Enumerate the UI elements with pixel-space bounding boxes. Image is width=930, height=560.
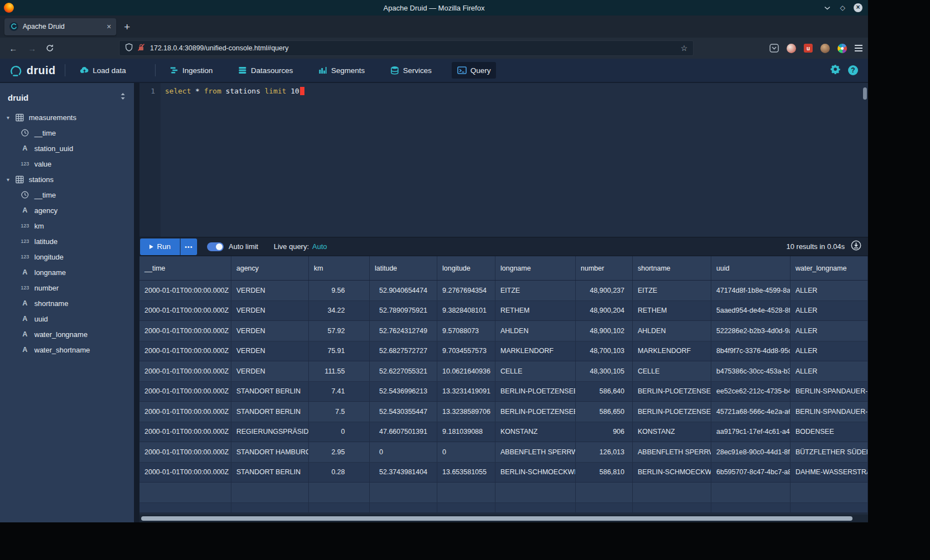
window-maximize-icon[interactable]: ◇ [838,3,847,12]
table-cell[interactable]: KONSTANZ [495,422,576,442]
table-cell[interactable]: 0 [370,442,437,462]
tree-column-latitude[interactable]: 123latitude [0,234,134,249]
table-cell[interactable]: 0.28 [309,463,370,483]
table-cell[interactable]: 52.6227055321 [370,361,437,381]
shield-icon[interactable] [125,43,133,54]
tree-column-__time[interactable]: __time [0,125,134,141]
table-cell[interactable]: 52.5436996213 [370,382,437,402]
column-header-uuid[interactable]: uuid [711,256,790,280]
back-button[interactable]: ← [8,44,19,53]
insecure-lock-icon[interactable] [137,43,145,54]
table-cell[interactable]: 522286e2-b2b3-4d0d-9a [711,321,790,341]
horizontal-scrollbar[interactable] [140,515,868,522]
tree-column-km[interactable]: 123km [0,218,134,234]
table-cell[interactable]: 28ec91e8-90c0-44d1-8f [711,442,790,462]
table-cell[interactable]: ALLER [790,281,868,300]
run-button[interactable]: Run [140,238,180,255]
tree-column-water_shortname[interactable]: Awater_shortname [0,342,134,357]
new-tab-button[interactable]: + [124,22,130,32]
table-cell[interactable]: 48,300,105 [576,361,633,381]
table-cell[interactable]: 47174d8f-1b8e-4599-8a [711,281,790,300]
table-cell[interactable]: BERLIN-SCHMOECKWIT [633,463,711,483]
table-cell[interactable]: REGIERUNGSPRÄSIDIUM [231,422,309,442]
table-cell[interactable]: 2000-01-01T00:00:00.000Z [140,442,231,462]
tree-column-longitude[interactable]: 123longitude [0,249,134,265]
sql-code[interactable]: select * from stations limit 10 [161,83,304,237]
column-header-km[interactable]: km [309,256,370,280]
nav-load-data[interactable]: Load data [74,62,132,79]
window-titlebar[interactable]: Apache Druid — Mozilla Firefox ◇ × [0,0,868,15]
table-cell[interactable]: STANDORT BERLIN [231,382,309,402]
table-cell[interactable]: VERDEN [231,361,309,381]
table-cell[interactable]: BERLIN-SCHMOECKWIT [495,463,576,483]
double-caret-sort-icon[interactable] [120,92,126,103]
nav-services[interactable]: Services [385,62,437,79]
window-shade-icon[interactable] [823,3,831,12]
table-cell[interactable]: 5aaed954-de4e-4528-8f [711,301,790,321]
table-cell[interactable]: 52.9040654474 [370,281,437,300]
download-icon[interactable] [851,240,861,253]
table-cell[interactable]: 57.92 [309,321,370,341]
table-cell[interactable]: 7.41 [309,382,370,402]
table-cell[interactable]: VERDEN [231,341,309,361]
table-cell[interactable]: EITZE [495,281,576,300]
table-cell[interactable]: 2000-01-01T00:00:00.000Z [140,422,231,442]
table-cell[interactable]: 45721a68-566c-4e2a-a6 [711,402,790,422]
table-cell[interactable]: AHLDEN [495,321,576,341]
table-cell[interactable]: STANDORT BERLIN [231,463,309,483]
table-cell[interactable]: ee52ce62-212c-4735-b4 [711,382,790,402]
column-header-shortname[interactable]: shortname [633,256,711,280]
table-cell[interactable]: ALLER [790,301,868,321]
table-cell[interactable]: ABBENFLETH SPERRWER [495,442,576,462]
table-cell[interactable]: 9.3828408101 [437,301,495,321]
auto-limit-toggle[interactable] [207,242,224,251]
table-cell[interactable]: 2000-01-01T00:00:00.000Z [140,361,231,381]
table-cell[interactable]: 2.95 [309,442,370,462]
table-cell[interactable]: 34.22 [309,301,370,321]
table-cell[interactable]: b475386c-30cc-453a-b3 [711,361,790,381]
table-cell[interactable]: 586,650 [576,402,633,422]
table-cell[interactable]: 586,640 [576,382,633,402]
table-cell[interactable]: EITZE [633,281,711,300]
column-header-longitude[interactable]: longitude [437,256,495,280]
table-cell[interactable]: 2000-01-01T00:00:00.000Z [140,281,231,300]
url-bar[interactable]: 172.18.0.4:30899/unified-console.html#qu… [119,40,694,56]
table-cell[interactable]: ALLER [790,341,868,361]
table-cell[interactable]: 13.653581055 [437,463,495,483]
table-cell[interactable]: 13.3238589706 [437,402,495,422]
table-cell[interactable]: BERLIN-SPANDAUER-S [790,382,868,402]
table-cell[interactable]: KONSTANZ [633,422,711,442]
pinwheel-extension-icon[interactable] [838,44,847,53]
table-cell[interactable]: 2000-01-01T00:00:00.000Z [140,382,231,402]
tree-column-shortname[interactable]: Ashortname [0,295,134,311]
table-cell[interactable]: 9.56 [309,281,370,300]
table-cell[interactable]: ABBENFLETH SPERRWE [633,442,711,462]
horizontal-scrollbar-thumb[interactable] [141,516,852,521]
table-cell[interactable]: STANDORT BERLIN [231,402,309,422]
table-cell[interactable]: AHLDEN [633,321,711,341]
tree-column-water_longname[interactable]: Awater_longname [0,326,134,342]
reload-button[interactable] [45,44,56,53]
table-cell[interactable]: 2000-01-01T00:00:00.000Z [140,402,231,422]
table-cell[interactable]: 9.57088073 [437,321,495,341]
table-cell[interactable]: MARKLENDORF [633,341,711,361]
ublock-icon[interactable]: u [804,44,813,53]
table-cell[interactable]: BERLIN-SPANDAUER-S [790,402,868,422]
table-cell[interactable]: 47.6607501391 [370,422,437,442]
tree-column-agency[interactable]: Aagency [0,203,134,218]
table-cell[interactable]: 111.55 [309,361,370,381]
table-cell[interactable]: STANDORT HAMBURG [231,442,309,462]
tree-column-station_uuid[interactable]: Astation_uuid [0,141,134,156]
table-cell[interactable]: 8b4f9f7c-3376-4dd8-95c [711,341,790,361]
table-cell[interactable]: BÜTZFLETHER SÜDERE [790,442,868,462]
window-close-icon[interactable]: × [854,3,862,12]
column-header-agency[interactable]: agency [231,256,309,280]
column-header-water_longname[interactable]: water_longname [790,256,868,280]
tab-close-icon[interactable]: × [107,22,111,31]
table-cell[interactable]: 13.3231419091 [437,382,495,402]
table-cell[interactable]: 52.3743981404 [370,463,437,483]
nav-segments[interactable]: Segments [313,62,370,79]
column-header-longname[interactable]: longname [495,256,576,280]
table-cell[interactable]: 52.7890975921 [370,301,437,321]
table-cell[interactable]: MARKLENDORF [495,341,576,361]
